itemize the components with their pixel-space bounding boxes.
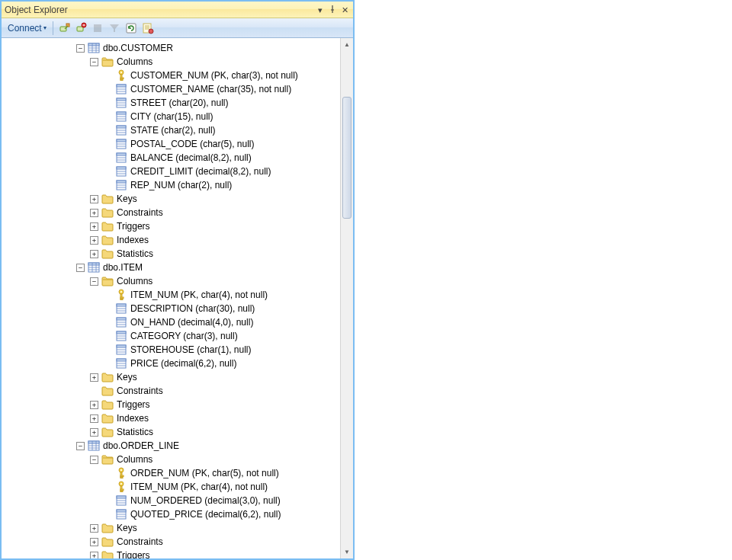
pin-icon[interactable] [327, 5, 338, 15]
folder-node[interactable]: + Constraints [2, 535, 353, 549]
folder-node[interactable]: − Columns [2, 55, 353, 69]
folder-node[interactable]: Constraints [2, 384, 353, 398]
expander-icon[interactable]: + [90, 209, 98, 217]
refresh-icon[interactable] [124, 21, 139, 36]
expander-icon[interactable]: + [90, 428, 98, 437]
expander-icon[interactable]: − [76, 442, 85, 450]
expander-icon[interactable]: − [76, 44, 85, 53]
close-icon[interactable]: ✕ [339, 5, 350, 15]
column-node[interactable]: CATEGORY (char(3), null) [2, 329, 353, 343]
column-icon [115, 344, 127, 356]
expander-icon[interactable]: + [90, 414, 98, 423]
folder-node[interactable]: − Columns [2, 274, 353, 288]
folder-node[interactable]: + Statistics [2, 425, 353, 439]
separator [53, 21, 53, 35]
column-label: CUSTOMER_NUM (PK, char(3), not null) [130, 70, 298, 81]
table-icon [88, 261, 100, 274]
svg-rect-30 [117, 181, 126, 183]
folder-icon [101, 426, 114, 438]
column-node[interactable]: NUM_ORDERED (decimal(3,0), null) [2, 494, 353, 507]
folder-node[interactable]: + Constraints [2, 206, 353, 219]
column-label: QUOTED_PRICE (decimal(6,2), null) [130, 509, 281, 520]
folder-icon [101, 412, 114, 424]
table-label: dbo.ITEM [103, 262, 143, 273]
scrollbar[interactable]: ▲ ▼ [340, 38, 353, 558]
folder-node[interactable]: + Keys [2, 370, 353, 384]
column-node[interactable]: PRICE (decimal(6,2), null) [2, 357, 353, 370]
column-node[interactable]: BALANCE (decimal(8,2), null) [2, 151, 353, 165]
column-node[interactable]: ITEM_NUM (PK, char(4), not null) [2, 480, 353, 494]
expander-icon[interactable]: + [90, 195, 98, 203]
column-node[interactable]: REP_NUM (char(2), null) [2, 178, 353, 192]
folder-label: Columns [117, 56, 152, 67]
table-node[interactable]: − dbo.ITEM [2, 261, 353, 274]
connect-button[interactable]: Connect ▾ [5, 21, 50, 35]
svg-rect-47 [117, 359, 126, 361]
tree[interactable]: − dbo.CUSTOMER − Columns CUSTOMER_NUM (P… [2, 38, 353, 558]
folder-node[interactable]: + Statistics [2, 247, 353, 261]
folder-node[interactable]: − Columns [2, 453, 353, 466]
expander-icon[interactable]: + [90, 524, 98, 533]
column-icon [115, 152, 127, 164]
column-node[interactable]: STOREHOUSE (char(1), null) [2, 343, 353, 357]
expander-icon[interactable]: + [90, 373, 98, 382]
column-label: STATE (char(2), null) [130, 125, 216, 136]
svg-rect-37 [120, 299, 123, 300]
folder-node[interactable]: + Triggers [2, 398, 353, 411]
column-label: DESCRIPTION (char(30), null) [130, 303, 255, 314]
column-icon [115, 508, 127, 520]
column-node[interactable]: DESCRIPTION (char(30), null) [2, 302, 353, 315]
expander-icon[interactable]: + [90, 401, 98, 409]
folder-node[interactable]: + Indexes [2, 233, 353, 247]
folder-node[interactable]: + Triggers [2, 219, 353, 233]
folder-node[interactable]: + Triggers [2, 549, 353, 558]
tree-viewport: − dbo.CUSTOMER − Columns CUSTOMER_NUM (P… [2, 38, 353, 558]
folder-node[interactable]: + Keys [2, 192, 353, 206]
expander-icon[interactable]: + [90, 552, 98, 559]
folder-icon [101, 234, 114, 246]
column-node[interactable]: STATE (char(2), null) [2, 123, 353, 137]
stop-icon [90, 21, 105, 36]
expander-icon[interactable]: − [90, 58, 98, 66]
scroll-thumb[interactable] [342, 97, 352, 219]
column-node[interactable]: CUSTOMER_NAME (char(35), not null) [2, 82, 353, 96]
scroll-track[interactable] [341, 51, 353, 546]
expander-icon[interactable]: + [90, 538, 98, 546]
expander-icon[interactable]: − [90, 456, 98, 464]
expander-icon[interactable]: − [76, 264, 85, 272]
svg-rect-2 [77, 27, 83, 31]
expander-icon[interactable]: + [90, 236, 98, 245]
column-node[interactable]: ON_HAND (decimal(4,0), null) [2, 315, 353, 329]
column-node[interactable]: CUSTOMER_NUM (PK, char(3), not null) [2, 69, 353, 82]
connect-server-icon[interactable] [56, 21, 72, 36]
disconnect-server-icon[interactable] [73, 21, 88, 36]
column-node[interactable]: POSTAL_CODE (char(5), null) [2, 137, 353, 151]
table-node[interactable]: − dbo.ORDER_LINE [2, 439, 353, 453]
column-node[interactable]: CREDIT_LIMIT (decimal(8,2), null) [2, 165, 353, 178]
script-icon[interactable] [140, 21, 156, 36]
svg-rect-14 [120, 79, 123, 81]
column-icon [115, 138, 127, 150]
column-node[interactable]: QUOTED_PRICE (decimal(6,2), null) [2, 507, 353, 521]
expander-icon[interactable]: − [90, 277, 98, 286]
folder-label: Statistics [117, 427, 153, 437]
expander-icon[interactable]: + [90, 250, 98, 258]
column-node[interactable]: ORDER_NUM (PK, char(5), not null) [2, 466, 353, 480]
table-node[interactable]: − dbo.CUSTOMER [2, 41, 353, 55]
dropdown-icon[interactable]: ▾ [315, 5, 326, 15]
column-label: BALANCE (decimal(8,2), null) [130, 152, 252, 163]
table-icon [88, 440, 100, 452]
column-node[interactable]: CITY (char(15), null) [2, 110, 353, 123]
column-node[interactable]: ITEM_NUM (PK, char(4), not null) [2, 288, 353, 302]
table-label: dbo.CUSTOMER [103, 43, 173, 53]
column-label: CUSTOMER_NAME (char(35), not null) [130, 84, 291, 94]
svg-point-51 [120, 469, 122, 471]
column-node[interactable]: STREET (char(20), null) [2, 96, 353, 110]
expander-icon[interactable]: + [90, 222, 98, 231]
folder-node[interactable]: + Indexes [2, 411, 353, 425]
svg-rect-13 [120, 78, 124, 79]
chevron-down-icon: ▾ [43, 24, 47, 31]
folder-node[interactable]: + Keys [2, 521, 353, 535]
scroll-up-icon[interactable]: ▲ [341, 38, 353, 51]
scroll-down-icon[interactable]: ▼ [341, 546, 353, 558]
